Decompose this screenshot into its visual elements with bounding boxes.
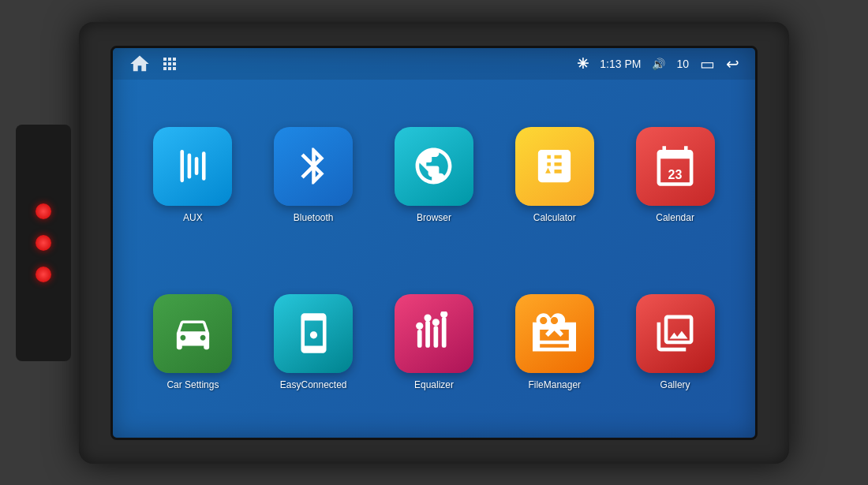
car-surround: ✳ 1:13 PM 🔊 10 ▭ ↩ AU <box>79 22 789 464</box>
app-label-equalizer: Equalizer <box>414 379 454 390</box>
app-label-file-manager: FileManager <box>528 379 581 390</box>
app-item-gallery[interactable]: Gallery <box>636 294 715 390</box>
status-bar: ✳ 1:13 PM 🔊 10 ▭ ↩ <box>113 48 755 80</box>
app-label-car-settings: Car Settings <box>166 379 219 390</box>
svg-rect-2 <box>195 157 199 175</box>
apps-icon[interactable] <box>160 54 179 73</box>
app-icon-calendar: 23 <box>636 127 715 206</box>
app-label-browser: Browser <box>417 212 451 223</box>
app-label-calculator: Calculator <box>533 212 576 223</box>
app-item-bluetooth[interactable]: Bluetooth <box>274 127 353 223</box>
red-button-2[interactable] <box>36 235 51 251</box>
battery-icon: ▭ <box>700 54 715 73</box>
app-icon-calculator <box>515 127 594 206</box>
volume-level: 10 <box>676 58 689 70</box>
svg-text:23: 23 <box>668 167 683 181</box>
svg-point-10 <box>425 314 432 321</box>
bluetooth-icon: ✳ <box>577 55 589 73</box>
back-icon[interactable]: ↩ <box>726 54 739 73</box>
red-button-1[interactable] <box>36 203 51 219</box>
status-bar-left <box>129 53 571 75</box>
app-item-equalizer[interactable]: Equalizer <box>395 294 473 390</box>
side-panel-left <box>16 125 71 361</box>
app-icon-equalizer <box>395 294 473 373</box>
app-icon-browser <box>395 127 473 206</box>
red-button-3[interactable] <box>36 267 51 282</box>
app-item-calculator[interactable]: Calculator <box>515 127 594 223</box>
app-icon-aux <box>153 127 232 206</box>
svg-point-11 <box>432 319 440 326</box>
status-bar-right: ✳ 1:13 PM 🔊 10 ▭ ↩ <box>577 54 739 73</box>
svg-rect-5 <box>417 330 422 348</box>
home-icon[interactable] <box>129 53 151 75</box>
app-label-aux: AUX <box>183 212 203 223</box>
app-item-calendar[interactable]: 23 Calendar <box>636 127 715 223</box>
svg-point-12 <box>441 312 448 318</box>
app-label-bluetooth: Bluetooth <box>294 212 334 223</box>
app-icon-car-settings <box>153 294 232 373</box>
app-label-easy-connected: EasyConnected <box>280 379 347 390</box>
app-item-aux[interactable]: AUX <box>153 127 232 223</box>
app-label-calendar: Calendar <box>656 212 694 223</box>
app-grid: AUX Bluetooth Browser <box>113 80 755 438</box>
time-display: 1:13 PM <box>600 58 641 70</box>
svg-rect-8 <box>442 317 447 348</box>
svg-rect-7 <box>434 326 439 348</box>
app-item-file-manager[interactable]: FileManager <box>515 294 594 390</box>
screen: ✳ 1:13 PM 🔊 10 ▭ ↩ AU <box>110 46 758 440</box>
volume-icon: 🔊 <box>652 58 665 70</box>
app-item-easy-connected[interactable]: EasyConnected <box>274 294 353 390</box>
app-icon-gallery <box>636 294 715 373</box>
app-icon-file-manager <box>515 294 594 373</box>
app-label-gallery: Gallery <box>660 379 690 390</box>
svg-rect-3 <box>202 151 206 181</box>
app-item-car-settings[interactable]: Car Settings <box>153 294 232 390</box>
app-icon-easy-connected <box>274 294 353 373</box>
svg-point-9 <box>417 323 424 330</box>
svg-rect-0 <box>180 150 184 182</box>
svg-rect-6 <box>426 320 431 347</box>
app-icon-bluetooth <box>274 127 353 206</box>
app-item-browser[interactable]: Browser <box>395 127 473 223</box>
svg-rect-1 <box>188 153 192 178</box>
